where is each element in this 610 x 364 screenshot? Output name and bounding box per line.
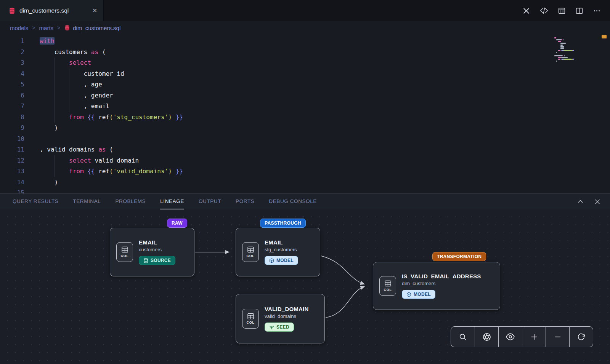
code-lines: 1with2 customers as (3 select4 customer_…	[0, 36, 610, 193]
line-number: 5	[0, 79, 24, 90]
zoom-out-icon[interactable]	[546, 327, 569, 347]
panel-tab-query-results[interactable]: QUERY RESULTS	[13, 194, 58, 209]
column-icon: COL	[242, 309, 259, 329]
breadcrumb-separator: >	[32, 25, 35, 31]
tab-close-icon[interactable]: ✕	[92, 7, 97, 14]
lineage-node-stg-customers-email[interactable]: COL EMAIL stg_customers MODEL	[236, 228, 320, 276]
code-line[interactable]: 1with	[0, 36, 610, 47]
code-line[interactable]: 3 select	[0, 57, 610, 69]
code-line[interactable]: 8 from {{ ref('stg_customers') }}	[0, 112, 610, 123]
line-number: 13	[0, 166, 24, 177]
code-line[interactable]: 11, valid_domains as (	[0, 144, 610, 155]
panel-tabs: QUERY RESULTSTERMINALPROBLEMSLINEAGEOUTP…	[13, 194, 317, 209]
panel-tab-debug-console[interactable]: DEBUG CONSOLE	[269, 194, 317, 209]
database-icon	[64, 25, 70, 31]
line-number: 14	[0, 177, 24, 188]
editor-actions	[522, 0, 610, 21]
panel-tab-terminal[interactable]: TERMINAL	[73, 194, 101, 209]
cube-icon	[406, 292, 411, 297]
lineage-node-valid-domains[interactable]: COL VALID_DOMAIN valid_domains SEED	[236, 294, 325, 343]
node-subtitle: stg_customers	[265, 247, 298, 252]
panel-tab-ports[interactable]: PORTS	[236, 194, 254, 209]
line-number: 12	[0, 155, 24, 166]
breadcrumb-separator: >	[57, 25, 60, 31]
cube-icon	[269, 258, 274, 263]
code-line[interactable]: 10	[0, 134, 610, 145]
chevron-up-icon[interactable]	[577, 198, 584, 205]
results-table-icon[interactable]	[558, 7, 566, 15]
line-number: 10	[0, 134, 24, 145]
source-badge[interactable]: SOURCE	[139, 256, 175, 265]
indent-guide	[54, 57, 55, 123]
line-number: 7	[0, 101, 24, 112]
lineage-canvas[interactable]: COL EMAIL customers SOURCE RAW COL	[0, 209, 610, 364]
code-line[interactable]: 7 , email	[0, 101, 610, 112]
database-icon	[143, 258, 148, 263]
passthrough-tag: PASSTHROUGH	[260, 219, 306, 228]
panel-tab-output[interactable]: OUTPUT	[199, 194, 221, 209]
model-badge[interactable]: MODEL	[402, 290, 435, 299]
line-number: 15	[0, 188, 24, 193]
model-badge[interactable]: MODEL	[265, 256, 298, 265]
code-line[interactable]: 4 customer_id	[0, 69, 610, 80]
panel-tab-problems[interactable]: PROBLEMS	[115, 194, 146, 209]
inline-code-icon[interactable]	[540, 6, 548, 15]
close-icon[interactable]	[594, 198, 601, 205]
code-line[interactable]: 6 , gender	[0, 90, 610, 101]
line-number: 2	[0, 47, 24, 58]
code-line[interactable]: 13 from {{ ref('valid_domains') }}	[0, 166, 610, 177]
code-line[interactable]: 9 )	[0, 123, 610, 134]
transformation-tag: TRANSFORMATION	[432, 252, 486, 261]
app-window: dim_customers.sql ✕ models > marts >	[0, 0, 610, 364]
aperture-icon[interactable]	[475, 327, 498, 347]
minimap[interactable]	[554, 37, 589, 64]
seedling-icon	[269, 325, 274, 330]
line-number: 11	[0, 144, 24, 155]
line-number: 8	[0, 112, 24, 123]
zoom-in-icon[interactable]	[522, 327, 546, 347]
node-title: VALID_DOMAIN	[265, 306, 308, 312]
lineage-node-customers-email[interactable]: COL EMAIL customers SOURCE	[110, 228, 194, 276]
lineage-node-dim-customers[interactable]: COL IS_VALID_EMAIL_ADDRESS dim_customers…	[373, 262, 500, 310]
raw-tag: RAW	[167, 219, 187, 228]
overview-ruler-mark	[602, 35, 607, 38]
search-icon[interactable]	[451, 327, 475, 347]
node-title: IS_VALID_EMAIL_ADDRESS	[402, 273, 481, 279]
line-number: 6	[0, 90, 24, 101]
code-line[interactable]: 12 select valid_domain	[0, 155, 610, 166]
refresh-icon[interactable]	[569, 327, 593, 347]
column-icon: COL	[379, 276, 396, 296]
database-icon	[8, 7, 16, 14]
indent-guide	[54, 155, 55, 177]
tab-title: dim_customers.sql	[19, 7, 69, 14]
code-line[interactable]: 5 , age	[0, 79, 610, 90]
panel-actions	[577, 198, 601, 205]
column-icon: COL	[242, 242, 259, 262]
code-line[interactable]: 15	[0, 188, 610, 193]
lineage-controls	[451, 326, 593, 347]
editor-tab[interactable]: dim_customers.sql ✕	[0, 0, 104, 21]
breadcrumb-item-models[interactable]: models	[10, 25, 28, 31]
code-line[interactable]: 2 customers as (	[0, 47, 610, 58]
line-number: 4	[0, 69, 24, 80]
node-title: EMAIL	[265, 239, 298, 246]
code-line[interactable]: 14 )	[0, 177, 610, 188]
code-editor[interactable]: 1with2 customers as (3 select4 customer_…	[0, 34, 610, 193]
panel-tab-lineage[interactable]: LINEAGE	[160, 194, 184, 209]
seed-badge[interactable]: SEED	[265, 322, 294, 332]
node-title: EMAIL	[139, 239, 175, 246]
editor-tab-bar: dim_customers.sql ✕	[0, 0, 610, 21]
eye-icon[interactable]	[498, 327, 522, 347]
node-subtitle: dim_customers	[402, 281, 481, 286]
split-editor-icon[interactable]	[575, 7, 583, 15]
x-tool-icon[interactable]	[522, 7, 530, 15]
breadcrumb-item-marts[interactable]: marts	[39, 25, 54, 31]
node-subtitle: customers	[139, 247, 175, 252]
indent-guide	[69, 69, 69, 112]
line-number: 3	[0, 57, 24, 69]
panel-header: QUERY RESULTSTERMINALPROBLEMSLINEAGEOUTP…	[0, 193, 610, 209]
more-actions-icon[interactable]	[593, 7, 601, 15]
breadcrumb-item-file[interactable]: dim_customers.sql	[64, 25, 120, 31]
breadcrumb: models > marts > dim_customers.sql	[0, 21, 610, 34]
column-icon: COL	[116, 242, 133, 262]
